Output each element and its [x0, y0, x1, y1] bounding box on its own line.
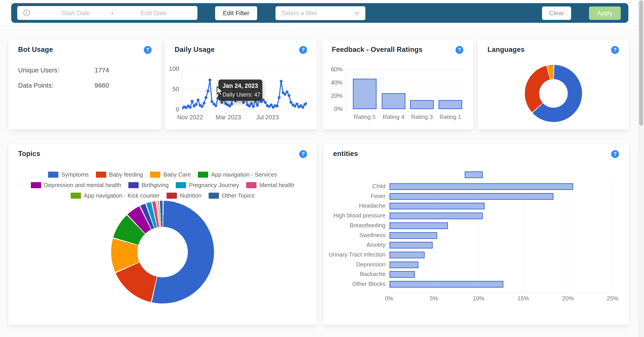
- help-icon[interactable]: ?: [456, 46, 463, 54]
- stat-value: 9660: [94, 82, 109, 89]
- x-axis-tick: [228, 110, 228, 112]
- daily-usage-point[interactable]: [256, 104, 259, 107]
- edit-filter-button[interactable]: Edit Filter: [215, 6, 257, 20]
- clear-button[interactable]: Clear: [542, 6, 571, 20]
- x-axis-line: [389, 293, 613, 293]
- daily-usage-point[interactable]: [208, 79, 211, 82]
- legend-swatch: [71, 193, 81, 199]
- daily-usage-point[interactable]: [252, 105, 255, 108]
- daily-usage-point[interactable]: [194, 103, 198, 106]
- rating-bar[interactable]: [382, 93, 406, 109]
- end-date-input[interactable]: [124, 9, 183, 18]
- y-axis-tick-label: 0: [165, 106, 179, 113]
- legend-label: Birthgiving: [142, 182, 168, 189]
- stat-row: Unique Users: 1774: [18, 67, 152, 74]
- legend-item: Symptoms: [48, 171, 89, 178]
- entity-bar[interactable]: [390, 222, 448, 229]
- y-axis-tick: [386, 260, 389, 260]
- daily-usage-point[interactable]: [210, 100, 213, 103]
- daily-usage-point[interactable]: [189, 106, 192, 109]
- daily-usage-point[interactable]: [220, 101, 223, 104]
- daily-usage-point[interactable]: [196, 99, 200, 101]
- vertical-scrollbar-thumb[interactable]: [639, 0, 643, 126]
- legend-swatch: [48, 172, 58, 178]
- daily-usage-point[interactable]: [191, 100, 194, 103]
- daily-usage-point[interactable]: [200, 105, 204, 108]
- y-axis-tick: [386, 231, 389, 231]
- rating-bar[interactable]: [410, 100, 434, 109]
- daily-usage-point[interactable]: [278, 96, 281, 99]
- help-icon[interactable]: ?: [299, 46, 307, 54]
- x-axis-tick: [268, 110, 268, 112]
- daily-usage-point[interactable]: [250, 102, 253, 105]
- stat-row: Data Points: 9660: [18, 82, 152, 89]
- entity-bar[interactable]: [390, 232, 437, 239]
- daily-usage-point[interactable]: [296, 103, 298, 105]
- gridline: [613, 181, 613, 293]
- x-axis-tick-label: Nov 2022: [172, 114, 208, 121]
- daily-usage-point[interactable]: [286, 90, 288, 93]
- entity-bar[interactable]: [390, 281, 503, 288]
- daily-usage-point[interactable]: [288, 94, 290, 97]
- legend-item: App navigation - Services: [198, 171, 277, 178]
- filter-select[interactable]: Select a filter: [276, 6, 366, 20]
- entity-bar[interactable]: [390, 203, 484, 209]
- vertical-scrollbar[interactable]: [638, 0, 644, 337]
- x-axis-category-label: Rating 4: [378, 113, 409, 120]
- legend-label: Baby feeding: [109, 171, 143, 178]
- legend-item: Birthgiving: [128, 182, 168, 189]
- y-axis-category-label: Depression: [323, 261, 386, 268]
- entity-bar[interactable]: [390, 242, 433, 249]
- help-icon[interactable]: ?: [144, 46, 152, 54]
- daily-usage-point[interactable]: [284, 93, 286, 96]
- daily-usage-point[interactable]: [204, 96, 208, 99]
- x-axis-tick-label: Jul 2023: [250, 114, 285, 121]
- rating-bar[interactable]: [438, 100, 462, 109]
- entity-bar[interactable]: [390, 252, 425, 258]
- rating-bar[interactable]: [353, 79, 376, 109]
- entity-bar[interactable]: [390, 271, 415, 278]
- daily-usage-point[interactable]: [280, 80, 283, 83]
- daily-usage-point[interactable]: [202, 102, 206, 105]
- date-range-picker[interactable]: -: [17, 6, 198, 20]
- clock-icon: [23, 9, 30, 16]
- filter-select-placeholder: Select a filter: [281, 9, 318, 17]
- y-axis-tick-label: 40%: [322, 79, 342, 86]
- legend-label: Pregnancy Journey: [189, 182, 239, 189]
- apply-button[interactable]: Apply: [589, 6, 621, 20]
- entity-bar[interactable]: [390, 213, 483, 219]
- entity-bar[interactable]: [390, 193, 554, 200]
- daily-usage-point[interactable]: [270, 103, 272, 106]
- daily-usage-point[interactable]: [264, 101, 267, 104]
- donut-hole: [539, 79, 568, 108]
- daily-usage-point[interactable]: [276, 105, 278, 107]
- start-date-input[interactable]: [46, 9, 105, 18]
- legend-swatch: [176, 182, 186, 188]
- x-axis-category-label: Rating 5: [349, 113, 380, 120]
- languages-donut-chart[interactable]: [525, 65, 582, 122]
- x-axis-category-label: Rating 3: [406, 113, 438, 120]
- help-icon[interactable]: ?: [611, 150, 619, 158]
- y-axis-tick-label: 50: [165, 86, 179, 93]
- daily-usage-point[interactable]: [230, 103, 233, 105]
- daily-usage-point[interactable]: [248, 105, 251, 107]
- entity-bar[interactable]: [390, 183, 573, 190]
- help-icon[interactable]: ?: [299, 150, 307, 158]
- topics-donut-chart[interactable]: [111, 201, 214, 304]
- stat-label: Unique Users:: [18, 67, 59, 74]
- daily-usage-point[interactable]: [214, 104, 217, 107]
- card-title: Feedback - Overall Ratings: [332, 45, 422, 54]
- help-icon[interactable]: ?: [611, 46, 619, 54]
- daily-usage-point[interactable]: [290, 101, 292, 104]
- entity-bar[interactable]: [390, 262, 418, 268]
- floating-bar[interactable]: [465, 171, 483, 178]
- daily-usage-point[interactable]: [302, 106, 304, 109]
- y-axis-tick: [386, 279, 389, 280]
- daily-usage-point[interactable]: [242, 101, 245, 104]
- legend-label: Symptoms: [61, 171, 89, 178]
- legend-item: App navigation - Kick counter: [71, 192, 160, 199]
- daily-usage-point[interactable]: [206, 90, 209, 92]
- daily-usage-point[interactable]: [262, 99, 265, 101]
- donut-hole: [137, 227, 188, 277]
- filter-toolbar: - Edit Filter Select a filter Clear Appl…: [11, 3, 628, 23]
